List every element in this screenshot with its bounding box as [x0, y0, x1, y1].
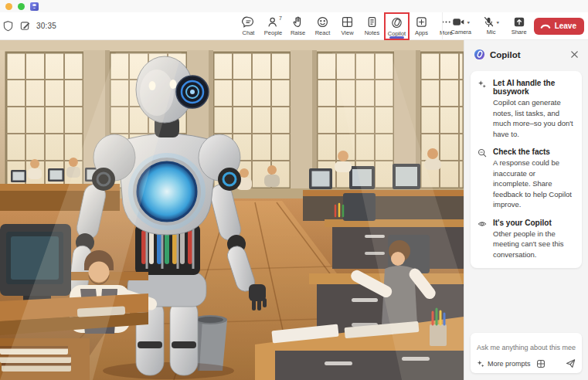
copilot-button[interactable]: Copilot	[385, 13, 409, 39]
meeting-toolbar: 30:35 Chat 7 People	[0, 12, 588, 40]
view-label: View	[341, 29, 353, 36]
chat-label: Chat	[243, 29, 255, 36]
copilot-logo-icon	[474, 49, 485, 60]
copilot-panel-header: Copilot	[464, 40, 588, 66]
copilot-composer: More prompts	[471, 333, 582, 373]
raise-hand-icon	[291, 15, 304, 29]
mic-chevron-icon[interactable]: ▾	[496, 19, 499, 24]
window-titlebar	[0, 0, 588, 12]
people-label: People	[264, 29, 282, 36]
shield-icon[interactable]	[2, 20, 14, 32]
sparkle-icon	[477, 360, 484, 368]
eye-off-icon	[478, 219, 488, 260]
tip-body: Copilot can generate notes, list tasks, …	[493, 97, 575, 139]
notes-button[interactable]: Notes	[360, 13, 384, 39]
apps-button[interactable]: Apps	[410, 13, 433, 39]
raise-hand-button[interactable]: Raise	[286, 13, 310, 39]
search-icon	[478, 148, 488, 210]
meeting-stage	[0, 40, 464, 380]
teams-logo-icon	[30, 2, 39, 11]
share-label: Share	[512, 29, 527, 36]
minimize-button[interactable]	[5, 3, 12, 10]
apps-label: Apps	[415, 29, 428, 36]
copilot-selected-indicator	[389, 36, 404, 39]
copilot-icon	[390, 16, 403, 29]
meeting-stage-image	[0, 40, 464, 380]
chat-button[interactable]: Chat	[236, 13, 260, 39]
sparkles-icon	[478, 79, 488, 139]
tip-facts: Check the facts A response could be inac…	[478, 148, 575, 210]
mic-label: Mic	[487, 29, 496, 36]
mic-button[interactable]: ▾ Mic	[478, 16, 505, 36]
copilot-tips-card: Let AI handle the busywork Copilot can g…	[471, 71, 582, 268]
view-icon	[341, 15, 354, 29]
raise-label: Raise	[291, 29, 305, 36]
camera-label: Camera	[450, 29, 471, 36]
hangup-icon	[540, 23, 551, 29]
people-button[interactable]: 7 People	[261, 13, 285, 39]
chat-icon	[242, 15, 255, 29]
camera-button[interactable]: ▾ Camera	[448, 16, 474, 36]
leave-label: Leave	[555, 22, 576, 30]
notes-label: Notes	[365, 29, 380, 36]
zoom-button[interactable]	[18, 3, 25, 10]
more-prompts-label: More prompts	[488, 360, 531, 368]
react-button[interactable]: React	[311, 13, 335, 39]
notes-icon	[365, 15, 379, 29]
note-edit-icon[interactable]	[19, 20, 31, 32]
prompt-gallery-icon[interactable]	[536, 359, 546, 368]
panel-title: Copilot	[490, 50, 564, 59]
copilot-input[interactable]	[477, 344, 576, 351]
apps-icon	[415, 15, 428, 29]
copilot-panel: Copilot Let AI handle the busywork Copil…	[464, 40, 588, 380]
meeting-timer: 30:35	[36, 22, 56, 30]
tip-title: Check the facts	[493, 148, 575, 156]
more-prompts-button[interactable]: More prompts	[477, 360, 531, 368]
view-button[interactable]: View	[335, 13, 359, 39]
react-icon	[316, 15, 329, 29]
share-icon	[513, 16, 525, 28]
people-icon	[267, 15, 280, 29]
send-icon[interactable]	[566, 358, 576, 368]
camera-icon	[452, 16, 465, 28]
react-label: React	[315, 29, 331, 36]
tip-body: A response could be inaccurate or incomp…	[493, 158, 575, 210]
tip-title: Let AI handle the busywork	[493, 79, 575, 96]
close-panel-button[interactable]	[569, 49, 580, 60]
share-button[interactable]: Share	[508, 16, 530, 36]
people-count-badge: 7	[279, 15, 282, 21]
tip-privacy: It's your Copilot Other people in the me…	[478, 219, 575, 260]
camera-chevron-icon[interactable]: ▾	[467, 19, 470, 24]
tip-title: It's your Copilot	[493, 219, 575, 227]
tip-body: Other people in the meeting can't see th…	[493, 229, 575, 260]
leave-button[interactable]: Leave	[534, 18, 584, 35]
mic-muted-icon	[483, 16, 495, 28]
tip-busywork: Let AI handle the busywork Copilot can g…	[478, 79, 575, 139]
